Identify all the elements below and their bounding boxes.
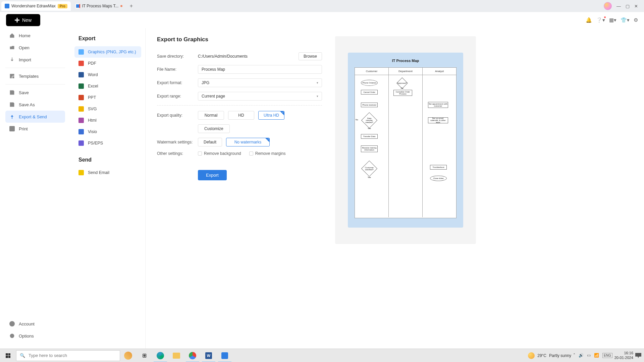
sidebar-label-print: Print — [19, 126, 28, 131]
start-button[interactable] — [0, 349, 16, 362]
pseps-file-icon — [78, 140, 84, 146]
sidebar-item-options[interactable]: Options — [5, 330, 65, 342]
export-panel-title: Export — [74, 36, 141, 42]
sidebar-item-export-send[interactable]: Export & Send — [5, 111, 65, 123]
taskbar-chrome-icon[interactable] — [184, 349, 201, 362]
export-item-send-email[interactable]: Send Email — [74, 167, 141, 178]
notification-dot — [604, 16, 606, 18]
export-item-graphics[interactable]: Graphics (PNG, JPG etc.) — [74, 46, 141, 58]
swimlane-body: Phone Ordered Cancel Order Phone receive… — [355, 75, 456, 217]
export-item-ppt[interactable]: PPT — [74, 92, 141, 103]
selected-check-icon — [280, 111, 284, 115]
quality-normal-button[interactable]: Normal — [198, 111, 224, 120]
checkbox-remove-bg[interactable]: Remove background — [198, 151, 241, 156]
export-label-send-email: Send Email — [88, 170, 109, 175]
taskbar-word-icon[interactable]: W — [201, 349, 217, 362]
export-item-svg[interactable]: SVG — [74, 103, 141, 115]
home-icon — [9, 33, 15, 38]
export-item-excel[interactable]: Excel — [74, 80, 141, 92]
help-icon[interactable]: ❔▾ — [596, 17, 605, 23]
shirt-icon[interactable]: 👕▾ — [621, 17, 630, 23]
apps-icon[interactable]: ▦▾ — [609, 17, 616, 23]
taskbar-taskview-icon[interactable]: ⊞ — [136, 349, 152, 362]
form-panel: Export to Graphics Save directory: C:/Us… — [146, 28, 333, 349]
label-watermark: Watermark settings: — [157, 140, 198, 144]
quality-hd-button[interactable]: HD — [228, 111, 254, 120]
tab-strip: Wondershare EdrawMax Pro IT Process Maps… — [1, 1, 135, 11]
export-range-select[interactable]: Current page▾ — [198, 92, 322, 101]
label-no: No — [401, 87, 404, 89]
tab-app[interactable]: Wondershare EdrawMax Pro — [1, 1, 71, 11]
topbar-icons: 🔔 ❔▾ ▦▾ 👕▾ ⚙ — [586, 17, 638, 23]
preview-panel: IT Process Map Customer Department Analy… — [333, 28, 478, 349]
new-button[interactable]: New — [6, 14, 40, 26]
taskbar-clock[interactable]: 16:16 20-01-2024 — [614, 351, 633, 360]
export-label-graphics: Graphics (PNG, JPG etc.) — [88, 50, 136, 54]
taskbar-edge-icon[interactable] — [152, 349, 168, 362]
sidebar-label-saveas: Save As — [19, 102, 35, 107]
lane-analyst: Set appointment with customer Set up ema… — [423, 75, 456, 217]
email-file-icon — [78, 170, 84, 175]
row-other-settings: Other settings: Remove background Remove… — [157, 151, 322, 156]
new-tab-button[interactable]: + — [127, 2, 135, 10]
tray-chevron-icon[interactable]: ˄ — [573, 353, 575, 358]
sidebar-item-save[interactable]: Save — [5, 86, 65, 99]
taskbar-weather[interactable]: 29°C Partly sunny — [528, 352, 571, 359]
taskbar-edrawmax-icon[interactable] — [217, 349, 233, 362]
edrawmax-icon — [5, 4, 9, 8]
news-glyph-icon — [124, 352, 132, 360]
shape-complete-order: Complete Order Process — [393, 90, 412, 96]
sidebar-item-print[interactable]: Print — [5, 123, 65, 135]
user-avatar[interactable] — [604, 2, 612, 10]
new-button-label: New — [22, 17, 32, 23]
row-customize: Customize — [157, 124, 322, 133]
chrome-glyph-icon — [189, 352, 196, 359]
sidebar-item-import[interactable]: Import — [5, 54, 65, 66]
tray-volume-icon[interactable]: 🔊 — [579, 353, 584, 358]
sidebar: Home Open Import Templates Save Save As … — [0, 28, 70, 349]
tray-notifications-icon[interactable] — [635, 353, 641, 358]
taskbar-explorer-icon[interactable] — [168, 349, 184, 362]
maximize-button[interactable]: ▢ — [626, 4, 630, 9]
saveas-icon — [9, 102, 15, 107]
checkbox-icon — [249, 152, 253, 156]
minimize-button[interactable]: — — [616, 4, 621, 9]
watermark-default-button[interactable]: Default — [198, 138, 222, 146]
sidebar-item-open[interactable]: Open — [5, 42, 65, 54]
close-button[interactable]: ✕ — [634, 4, 638, 9]
label-save-directory: Save directory: — [157, 54, 198, 59]
export-button[interactable]: Export — [198, 170, 227, 180]
export-item-html[interactable]: Html — [74, 115, 141, 126]
browse-button[interactable]: Browse — [299, 52, 322, 60]
taskbar-search[interactable]: 🔍 Type here to search — [16, 350, 120, 361]
watermark-none-button[interactable]: No watermarks — [226, 138, 270, 146]
checkbox-remove-margins[interactable]: Remove margins — [249, 151, 286, 156]
tray-battery-icon[interactable]: ▭ — [587, 353, 591, 358]
export-item-word[interactable]: Word — [74, 69, 141, 80]
lane-department: Approved? Complete Order Process No — [389, 75, 423, 217]
shape-phone-ordered: Phone Ordered — [361, 80, 378, 86]
bell-icon[interactable]: 🔔 — [586, 17, 592, 23]
export-label-word: Word — [88, 72, 98, 77]
tray-wifi-icon[interactable]: 📶 — [594, 353, 599, 358]
sidebar-item-home[interactable]: Home — [5, 29, 65, 42]
export-format-select[interactable]: JPG▾ — [198, 78, 322, 87]
file-name-input[interactable] — [198, 65, 322, 74]
export-label-html: Html — [88, 118, 97, 123]
window-controls: — ▢ ✕ — [604, 2, 643, 10]
taskbar-left: 🔍 Type here to search ⊞ W — [0, 349, 233, 362]
settings-icon[interactable]: ⚙ — [634, 17, 638, 23]
export-item-visio[interactable]: Visio — [74, 126, 141, 137]
export-panel: Export Graphics (PNG, JPG etc.) PDF Word… — [70, 28, 146, 349]
sidebar-item-saveas[interactable]: Save As — [5, 99, 65, 111]
tab-document[interactable]: IT Process Maps T... — [72, 1, 126, 11]
customize-button[interactable]: Customize — [198, 124, 230, 133]
sidebar-item-account[interactable]: Account — [5, 318, 65, 330]
sidebar-item-templates[interactable]: Templates — [5, 70, 65, 82]
export-item-pdf[interactable]: PDF — [74, 58, 141, 69]
label-other-settings: Other settings: — [157, 151, 198, 156]
export-item-pseps[interactable]: PS/EPS — [74, 137, 141, 149]
quality-ultrahd-button[interactable]: Ultra HD — [258, 111, 284, 120]
taskbar-news-icon[interactable] — [120, 349, 136, 362]
tray-language-icon[interactable]: ENG — [602, 353, 612, 358]
